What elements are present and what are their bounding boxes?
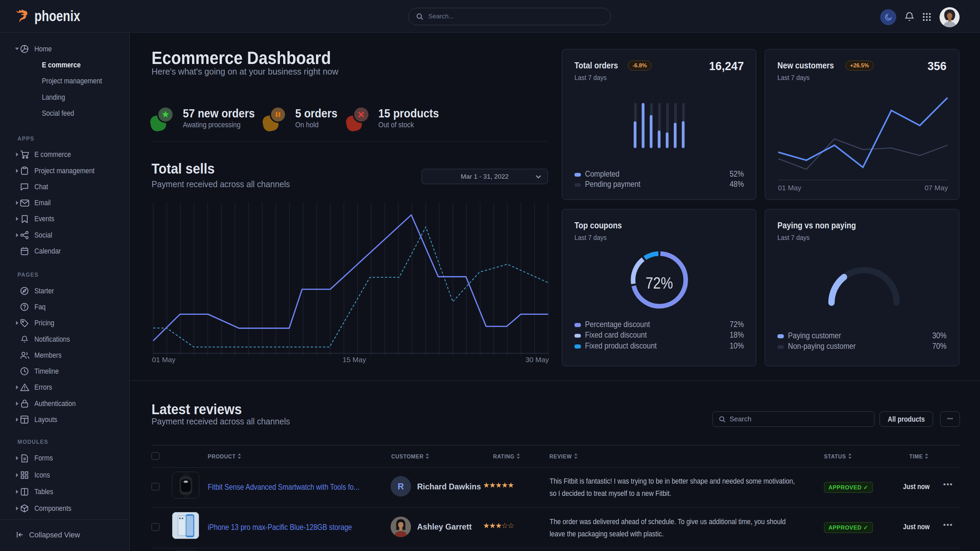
svg-text:07 May: 07 May [924,184,948,192]
svg-text:15 May: 15 May [342,356,366,364]
svg-text:30 May: 30 May [525,356,549,364]
svg-text:01 May: 01 May [778,184,801,192]
svg-text:01 May: 01 May [152,356,176,364]
